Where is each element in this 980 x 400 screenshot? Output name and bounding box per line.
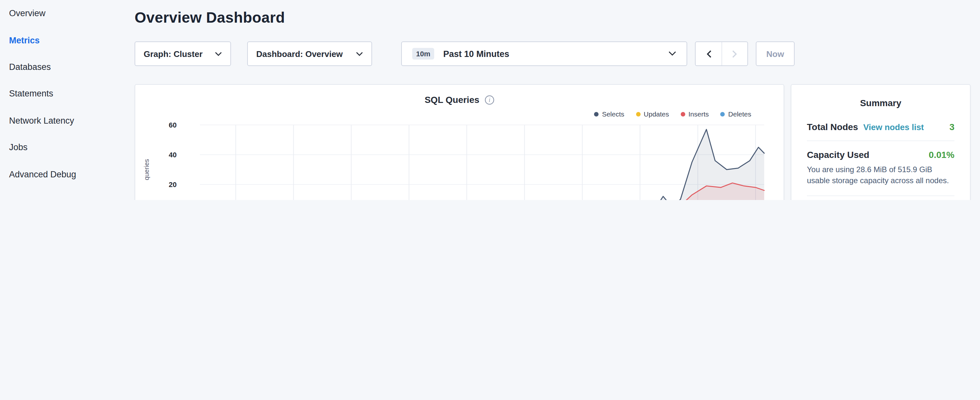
legend-dot-icon — [721, 112, 725, 116]
sidebar-item-advanced-debug[interactable]: Advanced Debug — [9, 161, 123, 188]
legend-item[interactable]: Inserts — [681, 110, 709, 118]
sidebar-item-network-latency[interactable]: Network Latency — [9, 107, 123, 134]
sidebar-item-overview[interactable]: Overview — [9, 0, 123, 27]
legend-dot-icon — [681, 112, 685, 116]
summary-row: Total NodesView nodes list3 — [807, 113, 955, 140]
main-content: Overview Dashboard Graph: Cluster Dashbo… — [123, 0, 980, 200]
summary-rows: Total NodesView nodes list3Capacity Used… — [807, 113, 955, 200]
time-window-badge: 10m — [412, 48, 434, 59]
right-sidebar: Summary Total NodesView nodes list3Capac… — [791, 84, 970, 200]
svg-text:40: 40 — [169, 151, 177, 159]
sidebar: OverviewMetricsDatabasesStatementsNetwor… — [0, 0, 123, 200]
chart-canvas[interactable]: 020406016:3816:3916:4016:4116:4216:4316:… — [135, 120, 784, 200]
chart-legend: SelectsUpdatesInsertsDeletes — [135, 109, 784, 118]
legend-item[interactable]: Updates — [636, 110, 669, 118]
app-window: OverviewMetricsDatabasesStatementsNetwor… — [0, 0, 980, 200]
time-window-step-group — [695, 41, 748, 66]
charts-column: SQL Queries i SelectsUpdatesInsertsDelet… — [135, 84, 784, 200]
chevron-down-icon — [356, 51, 363, 56]
dashboard-selector-label: Dashboard: Overview — [256, 49, 343, 59]
sidebar-nav-list: OverviewMetricsDatabasesStatementsNetwor… — [9, 0, 123, 187]
chart-title-row: SQL Queries i — [135, 94, 784, 105]
chart-plot-area[interactable]: 020406016:3816:3916:4016:4116:4216:4316:… — [135, 120, 784, 200]
summary-description: You are using 28.6 MiB of 515.9 GiB usab… — [807, 164, 955, 187]
sidebar-item-metrics[interactable]: Metrics — [9, 27, 123, 54]
legend-item[interactable]: Selects — [594, 110, 624, 118]
svg-text:20: 20 — [169, 180, 177, 189]
summary-row: Unavailable ranges0 — [807, 196, 955, 200]
time-window-back-button[interactable] — [695, 42, 721, 65]
summary-label: Total Nodes — [807, 122, 858, 132]
svg-text:queries: queries — [143, 159, 150, 180]
summary-panel: Summary Total NodesView nodes list3Capac… — [791, 84, 970, 200]
time-window-label: Past 10 Minutes — [443, 49, 509, 59]
chevron-down-icon — [668, 51, 676, 56]
chevron-right-icon — [732, 49, 738, 58]
graph-selector-dropdown[interactable]: Graph: Cluster — [135, 41, 231, 66]
sidebar-item-jobs[interactable]: Jobs — [9, 134, 123, 161]
legend-label: Inserts — [689, 110, 709, 118]
graph-selector-label: Graph: Cluster — [144, 49, 202, 59]
legend-label: Selects — [602, 110, 624, 118]
sidebar-item-databases[interactable]: Databases — [9, 54, 123, 81]
chevron-left-icon — [706, 49, 711, 58]
summary-value: 0.01% — [929, 150, 955, 160]
sidebar-item-statements[interactable]: Statements — [9, 80, 123, 107]
page-title: Overview Dashboard — [135, 9, 980, 27]
info-icon[interactable]: i — [485, 95, 494, 105]
chart-title: SQL Queries — [425, 94, 479, 105]
chevron-down-icon — [215, 51, 222, 56]
legend-label: Updates — [644, 110, 669, 118]
legend-dot-icon — [594, 112, 599, 116]
svg-text:i: i — [488, 96, 490, 103]
legend-dot-icon — [636, 112, 641, 116]
legend-label: Deletes — [728, 110, 751, 118]
dashboard-selector-dropdown[interactable]: Dashboard: Overview — [247, 41, 372, 66]
sql-queries-chart-panel: SQL Queries i SelectsUpdatesInsertsDelet… — [135, 84, 784, 200]
dashboard-body: SQL Queries i SelectsUpdatesInsertsDelet… — [135, 84, 980, 200]
toolbar: Graph: Cluster Dashboard: Overview 10m P… — [135, 41, 980, 66]
summary-row: Capacity Used0.01%You are using 28.6 MiB… — [807, 140, 955, 196]
svg-text:60: 60 — [169, 121, 177, 129]
summary-label: Capacity Used — [807, 150, 869, 160]
summary-title: Summary — [807, 98, 955, 108]
now-button[interactable]: Now — [756, 41, 795, 66]
time-window-forward-button[interactable] — [721, 42, 748, 65]
time-window-picker[interactable]: 10m Past 10 Minutes — [401, 41, 687, 66]
summary-value: 3 — [949, 122, 955, 132]
view-nodes-list-link[interactable]: View nodes list — [863, 122, 924, 132]
legend-item[interactable]: Deletes — [721, 110, 751, 118]
